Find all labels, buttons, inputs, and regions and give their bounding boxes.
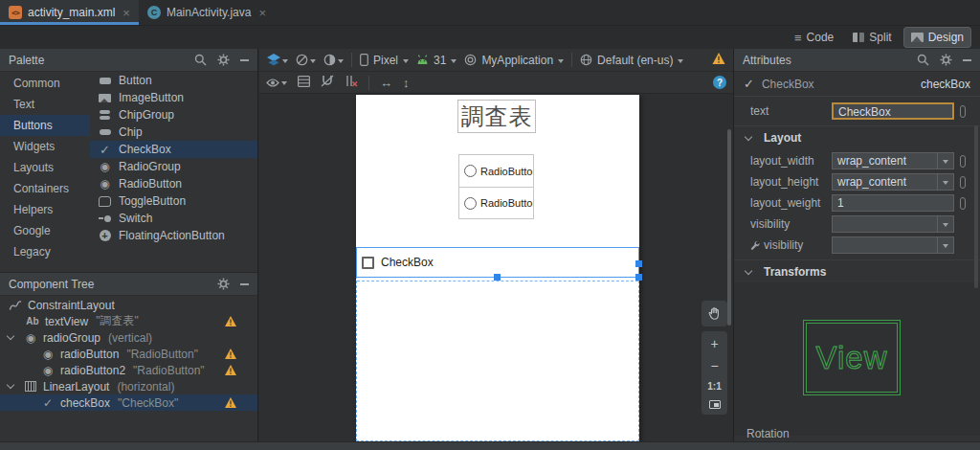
- palette-item-button[interactable]: Button: [90, 72, 257, 89]
- close-icon[interactable]: ×: [258, 7, 266, 19]
- palette-item-imagebutton[interactable]: ImageButton: [90, 89, 257, 106]
- mode-split-button[interactable]: Split: [846, 28, 898, 47]
- resource-flag-icon[interactable]: [960, 105, 966, 118]
- toolbar-separator: [571, 53, 572, 67]
- palette-item-chipgroup[interactable]: ChipGroup: [90, 106, 257, 124]
- attributes-scrollbar[interactable]: [974, 125, 978, 288]
- palette-category-legacy[interactable]: Legacy: [0, 241, 90, 262]
- view-options-button[interactable]: [266, 78, 287, 88]
- palette-item-switch[interactable]: Switch: [90, 210, 257, 227]
- api-level-selector[interactable]: 31: [416, 54, 457, 67]
- palette-category-helpers[interactable]: Helpers: [0, 199, 90, 220]
- resize-handle-corner[interactable]: [635, 274, 642, 281]
- vertical-arrows-icon[interactable]: ↕: [403, 77, 410, 89]
- warning-icon[interactable]: [712, 53, 725, 67]
- tree-item-textview[interactable]: textView "調査表": [0, 313, 257, 329]
- design-canvas[interactable]: 調査表 RadioButton RadioButton CheckBox: [356, 95, 639, 441]
- theme-selector[interactable]: MyApplication: [464, 54, 564, 67]
- palette-item-togglebutton[interactable]: ToggleButton: [90, 192, 257, 210]
- palette-category-text[interactable]: Text: [0, 94, 90, 115]
- layout-weight-input[interactable]: 1: [832, 194, 954, 212]
- clear-constraints-button[interactable]: [345, 75, 358, 90]
- theme-circle-icon: [323, 54, 336, 66]
- device-selector[interactable]: Pixel: [360, 54, 409, 67]
- component-id: checkBox: [921, 78, 970, 91]
- palette-category-layouts[interactable]: Layouts: [0, 157, 90, 178]
- tree-item-checkbox[interactable]: checkBox "CheckBox": [0, 394, 257, 411]
- tab-activity-main-xml[interactable]: activity_main.xml ×: [0, 0, 139, 25]
- night-mode-button[interactable]: [323, 54, 344, 66]
- minimize-icon[interactable]: [240, 59, 249, 61]
- palette-item-fab[interactable]: FloatingActionButton: [90, 227, 257, 244]
- palette-category-list: Common Text Buttons Widgets Layouts Cont…: [0, 72, 90, 272]
- tab-mainactivity-java[interactable]: MainActivity.java ×: [139, 0, 275, 25]
- search-icon[interactable]: [917, 54, 929, 66]
- chevron-down-icon[interactable]: [7, 381, 14, 389]
- locale-selector[interactable]: Default (en-us): [580, 54, 683, 67]
- warning-icon[interactable]: [225, 365, 236, 378]
- design-surface-selector[interactable]: [267, 54, 288, 66]
- close-icon[interactable]: ×: [122, 7, 130, 19]
- gear-icon[interactable]: [217, 278, 230, 290]
- zoom-to-fit-icon[interactable]: [709, 400, 721, 409]
- zoom-in-button[interactable]: +: [710, 337, 718, 350]
- palette-category-widgets[interactable]: Widgets: [0, 136, 90, 157]
- layout-height-dropdown[interactable]: wrap_content: [832, 173, 954, 191]
- warning-icon[interactable]: [225, 316, 236, 329]
- gear-icon[interactable]: [940, 54, 952, 66]
- canvas-radiogroup[interactable]: RadioButton RadioButton: [458, 154, 534, 219]
- tree-item-radiogroup[interactable]: radioGroup (vertical): [0, 329, 257, 346]
- canvas-checkbox[interactable]: CheckBox: [362, 256, 434, 269]
- visibility-dropdown[interactable]: [832, 215, 954, 233]
- resize-handle-bottom[interactable]: [494, 274, 501, 281]
- canvas-scrollbar[interactable]: [727, 129, 731, 326]
- android-xml-file-icon: [9, 6, 22, 19]
- attribute-row-tools-visibility: visibility: [734, 235, 980, 256]
- palette-item-checkbox[interactable]: CheckBox: [90, 141, 257, 158]
- resize-handle-right[interactable]: [635, 260, 642, 267]
- horizontal-arrows-icon[interactable]: ↔: [380, 77, 392, 89]
- gear-icon[interactable]: [217, 54, 230, 66]
- tree-item-radiobutton2[interactable]: radioButton2 "RadioButton": [0, 362, 257, 378]
- search-icon[interactable]: [194, 54, 207, 66]
- blueprint-mode-button[interactable]: [296, 54, 316, 66]
- help-icon[interactable]: [713, 76, 726, 89]
- palette-category-google[interactable]: Google: [0, 220, 90, 241]
- layout-width-dropdown[interactable]: wrap_content: [832, 152, 954, 169]
- mode-design-button[interactable]: Design: [904, 28, 970, 47]
- palette-category-containers[interactable]: Containers: [0, 178, 90, 199]
- resource-flag-icon[interactable]: [960, 197, 966, 210]
- mode-design-label: Design: [928, 31, 964, 44]
- palette-category-buttons[interactable]: Buttons: [0, 115, 90, 136]
- resource-flag-icon[interactable]: [960, 176, 966, 189]
- radio-group-icon: [23, 331, 38, 345]
- transforms-section-header[interactable]: Transforms: [734, 259, 980, 282]
- tree-item-radiobutton[interactable]: radioButton "RadioButton": [0, 346, 257, 362]
- warning-icon[interactable]: [225, 349, 236, 362]
- zoom-out-button[interactable]: −: [710, 359, 718, 372]
- tree-item-constraintlayout[interactable]: ConstraintLayout: [0, 297, 257, 313]
- resource-flag-icon[interactable]: [960, 155, 966, 168]
- view-preview-box[interactable]: View: [803, 320, 901, 395]
- palette-item-radiogroup[interactable]: RadioGroup: [90, 158, 257, 175]
- minimize-icon[interactable]: [240, 283, 249, 285]
- chevron-down-icon[interactable]: [7, 332, 14, 340]
- pan-button[interactable]: [702, 301, 727, 326]
- canvas-radiobutton-1[interactable]: RadioButton: [459, 155, 533, 187]
- mode-code-button[interactable]: Code: [788, 28, 840, 47]
- tree-item-linearlayout[interactable]: LinearLayout (horizontal): [0, 378, 257, 394]
- canvas-radiobutton-2[interactable]: RadioButton: [459, 187, 533, 218]
- minimize-icon[interactable]: [963, 59, 971, 61]
- warning-icon[interactable]: [225, 397, 236, 411]
- palette-item-chip[interactable]: Chip: [90, 124, 257, 141]
- attribute-row-text: text CheckBox: [734, 101, 980, 122]
- variants-button[interactable]: [298, 76, 310, 90]
- canvas-textview[interactable]: 調査表: [457, 100, 536, 133]
- palette-category-common[interactable]: Common: [0, 73, 90, 94]
- autoconnect-off-button[interactable]: [321, 75, 334, 90]
- palette-item-radiobutton[interactable]: RadioButton: [90, 175, 257, 192]
- text-value-input[interactable]: CheckBox: [832, 102, 954, 120]
- tools-visibility-dropdown[interactable]: [832, 236, 954, 254]
- zoom-actual-size-button[interactable]: 1:1: [707, 381, 721, 392]
- layout-section-header[interactable]: Layout: [734, 125, 980, 148]
